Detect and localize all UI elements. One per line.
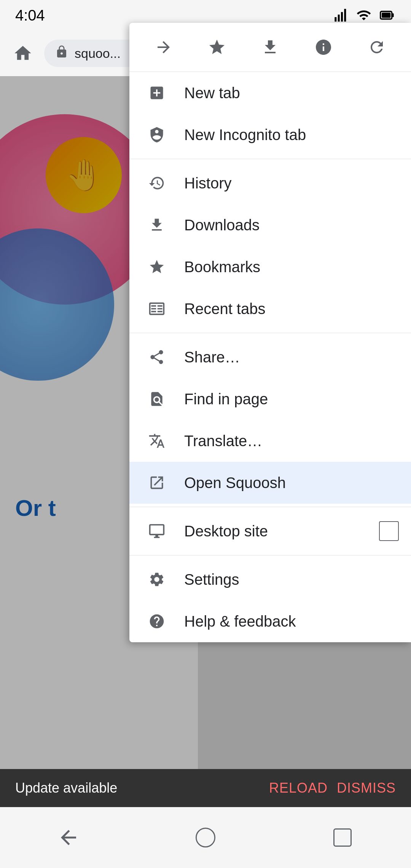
bookmarks-icon bbox=[142, 252, 172, 282]
dropdown-menu: New tab New Incognito tab History Downlo… bbox=[129, 23, 411, 642]
bottom-navigation bbox=[0, 807, 411, 868]
history-icon bbox=[142, 168, 172, 198]
home-icon bbox=[13, 43, 33, 63]
lock-icon bbox=[55, 45, 68, 62]
translate-label: Translate… bbox=[184, 432, 399, 450]
info-button[interactable] bbox=[308, 32, 339, 62]
recent-tabs-label: Recent tabs bbox=[184, 300, 399, 318]
svg-rect-5 bbox=[382, 13, 390, 18]
reload-button[interactable]: RELOAD bbox=[269, 780, 328, 796]
translate-item[interactable]: Translate… bbox=[129, 420, 411, 462]
add-bookmark-button[interactable] bbox=[202, 32, 232, 62]
new-tab-item[interactable]: New tab bbox=[129, 72, 411, 114]
settings-icon bbox=[142, 564, 172, 595]
find-in-page-label: Find in page bbox=[184, 391, 399, 408]
desktop-site-checkbox[interactable] bbox=[379, 521, 399, 541]
share-label: Share… bbox=[184, 349, 399, 366]
recent-tabs-icon bbox=[142, 294, 172, 324]
new-tab-icon bbox=[142, 78, 172, 108]
refresh-icon bbox=[368, 38, 386, 56]
find-in-page-icon bbox=[142, 384, 172, 414]
new-incognito-tab-item[interactable]: New Incognito tab bbox=[129, 114, 411, 156]
recent-tabs-item[interactable]: Recent tabs bbox=[129, 288, 411, 330]
history-label: History bbox=[184, 175, 399, 192]
settings-item[interactable]: Settings bbox=[129, 558, 411, 600]
incognito-icon bbox=[142, 120, 172, 150]
new-tab-label: New tab bbox=[184, 85, 399, 102]
download-button[interactable] bbox=[255, 32, 285, 62]
divider-4 bbox=[129, 555, 411, 555]
signal-icon bbox=[333, 8, 349, 23]
new-incognito-tab-label: New Incognito tab bbox=[184, 126, 399, 144]
svg-rect-0 bbox=[335, 17, 336, 22]
open-squoosh-label: Open Squoosh bbox=[184, 474, 399, 491]
share-icon bbox=[142, 342, 172, 372]
forward-button[interactable] bbox=[148, 32, 179, 62]
refresh-button[interactable] bbox=[362, 32, 392, 62]
translate-icon bbox=[142, 426, 172, 456]
svg-rect-6 bbox=[392, 13, 394, 17]
bookmarks-label: Bookmarks bbox=[184, 258, 399, 276]
divider-1 bbox=[129, 159, 411, 159]
help-icon bbox=[142, 606, 172, 637]
home-button[interactable] bbox=[9, 40, 37, 67]
downloads-label: Downloads bbox=[184, 217, 399, 234]
battery-icon bbox=[379, 8, 396, 23]
back-icon bbox=[57, 826, 80, 849]
help-feedback-label: Help & feedback bbox=[184, 613, 399, 630]
home-circle-button[interactable] bbox=[186, 819, 225, 857]
status-time: 4:04 bbox=[15, 7, 45, 24]
share-item[interactable]: Share… bbox=[129, 336, 411, 378]
divider-2 bbox=[129, 333, 411, 333]
history-item[interactable]: History bbox=[129, 162, 411, 204]
update-text: Update available bbox=[15, 780, 254, 796]
desktop-site-item[interactable]: Desktop site bbox=[129, 510, 411, 552]
open-squoosh-item[interactable]: Open Squoosh bbox=[129, 462, 411, 504]
downloads-item[interactable]: Downloads bbox=[129, 204, 411, 246]
forward-icon bbox=[155, 38, 173, 56]
find-in-page-item[interactable]: Find in page bbox=[129, 378, 411, 420]
downloads-icon bbox=[142, 210, 172, 240]
desktop-icon bbox=[142, 516, 172, 546]
download-icon bbox=[261, 38, 279, 56]
home-dot-icon bbox=[196, 828, 215, 847]
open-app-icon bbox=[142, 468, 172, 498]
dismiss-button[interactable]: DISMISS bbox=[337, 780, 396, 796]
svg-rect-2 bbox=[341, 12, 343, 22]
update-banner: Update available RELOAD DISMISS bbox=[0, 769, 411, 807]
star-icon bbox=[208, 38, 226, 56]
info-icon bbox=[314, 38, 333, 56]
desktop-site-label: Desktop site bbox=[184, 523, 379, 540]
menu-toolbar bbox=[129, 23, 411, 72]
divider-3 bbox=[129, 507, 411, 507]
svg-rect-3 bbox=[344, 9, 346, 21]
wifi-icon bbox=[356, 8, 371, 23]
settings-label: Settings bbox=[184, 571, 399, 588]
svg-rect-1 bbox=[338, 14, 340, 21]
help-feedback-item[interactable]: Help & feedback bbox=[129, 600, 411, 642]
back-button[interactable] bbox=[49, 819, 88, 857]
recents-button[interactable] bbox=[323, 819, 362, 857]
recents-square-icon bbox=[333, 828, 352, 847]
bookmarks-item[interactable]: Bookmarks bbox=[129, 246, 411, 288]
status-icons bbox=[333, 8, 396, 23]
